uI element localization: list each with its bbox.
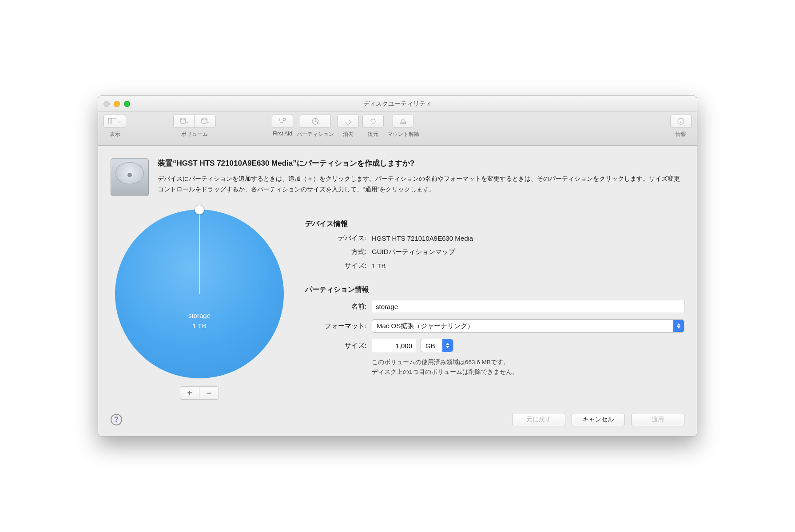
unmount-button[interactable] [393,115,414,128]
partition-resize-handle[interactable] [195,205,204,214]
help-button[interactable]: ? [111,414,122,425]
scheme-label: 方式: [313,248,366,256]
partition-info-title: パーティション情報 [305,285,684,294]
format-select[interactable]: Mac OS拡張（ジャーナリング） [372,319,684,333]
toolbar: ⌵ 表示 + − ボリューム First Aid [98,112,697,146]
first-aid-label: First Aid [273,131,292,137]
name-label: 名前: [313,302,366,311]
pie-icon [311,117,319,125]
svg-text:+: + [186,120,188,125]
pie-partition-name: storage [188,311,211,321]
view-label: 表示 [110,131,120,138]
delete-hint: ディスク上の1つ目のボリュームは削除できません。 [372,367,684,377]
restore-label: 復元 [368,131,378,138]
window-title: ディスクユーティリティ [363,100,432,108]
revert-button[interactable]: 元に戻す [512,413,565,426]
device-size-label: サイズ: [313,262,366,270]
svg-point-6 [283,118,286,121]
partition-button[interactable] [300,115,331,128]
sheet-description: デバイスにパーティションを追加するときは、追加（＋）をクリックします。パーティシ… [158,174,684,195]
svg-text:i: i [680,119,681,124]
close-window-button[interactable] [103,101,110,107]
pie-partition-size: 1 TB [188,321,211,331]
unmount-label: マウント解除 [387,131,419,138]
scheme-value: GUIDパーティションマップ [372,248,684,256]
svg-point-2 [180,118,186,120]
partition-divider [199,210,200,294]
chevron-updown-icon [442,339,453,352]
restore-icon [369,117,377,125]
svg-rect-8 [401,123,406,124]
volume-remove-button[interactable]: − [195,115,216,128]
view-button[interactable]: ⌵ [103,115,126,128]
size-unit-select[interactable]: GB [421,339,453,352]
device-label: デバイス: [313,234,366,242]
usage-hint: このボリュームの使用済み領域は663.6 MBです。 [372,357,684,367]
eraser-icon [344,118,352,125]
device-size-value: 1 TB [372,262,684,270]
chevron-updown-icon [673,320,684,332]
add-partition-button[interactable]: + [180,386,199,400]
volume-label: ボリューム [181,131,208,138]
erase-button[interactable] [338,115,359,128]
volume-add-button[interactable]: + [173,115,195,128]
size-unit-value: GB [425,342,435,349]
restore-button[interactable] [362,115,384,128]
format-select-value: Mac OS拡張（ジャーナリング） [377,322,474,330]
traffic-lights [103,101,130,107]
partition-pie-label: storage 1 TB [188,311,211,331]
partition-sheet: 装置“HGST HTS 721010A9E630 Media”にパーティションを… [98,146,697,436]
info-label: 情報 [676,131,686,138]
titlebar: ディスクユーティリティ [98,96,697,112]
size-label: サイズ: [313,341,366,350]
sheet-footer: ? 元に戻す キャンセル 適用 [111,400,684,426]
drive-icon [111,158,149,196]
partition-size-input[interactable] [372,339,416,352]
partition-label: パーティション [297,131,334,138]
cancel-button[interactable]: キャンセル [572,413,625,426]
eject-icon [400,118,407,125]
erase-label: 消去 [343,131,354,138]
format-label: フォーマット: [313,322,366,330]
minimize-window-button[interactable] [114,101,120,107]
partition-name-input[interactable] [372,300,684,313]
svg-rect-1 [111,118,116,124]
apply-button[interactable]: 適用 [631,413,684,426]
sheet-heading: 装置“HGST HTS 721010A9E630 Media”にパーティションを… [158,158,684,168]
zoom-window-button[interactable] [124,101,130,107]
disk-utility-window: ディスクユーティリティ ⌵ 表示 + − ボリューム [98,95,697,437]
device-value: HGST HTS 721010A9E630 Media [372,234,684,242]
first-aid-button[interactable] [272,115,293,128]
svg-text:−: − [207,120,209,124]
partition-pie[interactable]: storage 1 TB [115,210,284,378]
device-info-title: デバイス情報 [305,219,684,229]
svg-rect-0 [108,118,111,124]
stethoscope-icon [278,117,287,125]
remove-partition-button[interactable]: − [199,386,219,400]
svg-point-4 [202,118,207,120]
info-icon: i [677,117,685,125]
info-button[interactable]: i [670,115,692,128]
